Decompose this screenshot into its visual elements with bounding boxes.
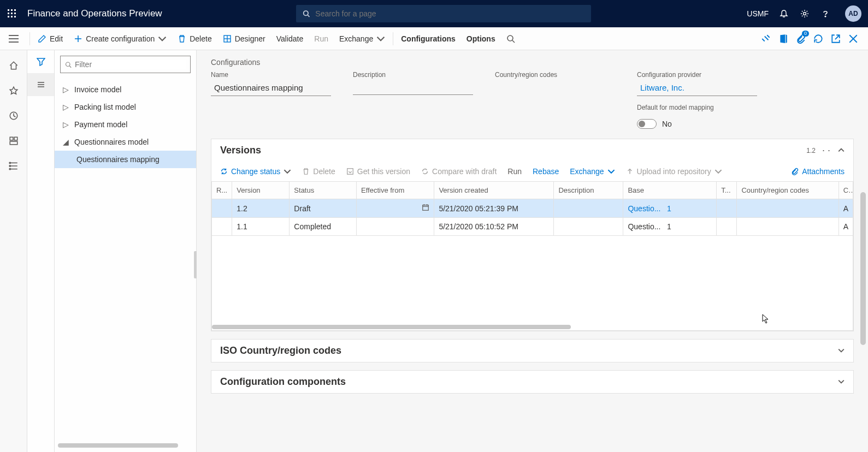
col-description[interactable]: Description xyxy=(554,182,623,199)
chevron-down-icon xyxy=(158,34,167,43)
chevron-right-icon: ▷ xyxy=(62,85,69,94)
tree-item-packing-list-model[interactable]: ▷ Packing list model xyxy=(55,98,196,116)
home-icon[interactable] xyxy=(3,56,25,75)
pencil-icon xyxy=(38,34,46,43)
svg-line-10 xyxy=(308,15,309,17)
avatar[interactable]: AD xyxy=(845,5,861,22)
actionbar-search-button[interactable] xyxy=(501,31,521,46)
gear-icon[interactable] xyxy=(799,8,810,19)
calendar-icon[interactable] xyxy=(422,204,429,213)
tree-filter-input[interactable] xyxy=(75,60,186,69)
configurations-label: Configurations xyxy=(401,34,456,43)
col-created[interactable]: Version created xyxy=(434,182,554,199)
options-tab[interactable]: Options xyxy=(461,31,501,46)
attachments-button[interactable]: Attachments xyxy=(787,165,849,178)
field-name: Name Questionnaires mapping xyxy=(211,71,331,129)
company-code[interactable]: USMF xyxy=(747,9,769,18)
svg-point-33 xyxy=(9,162,10,163)
chevron-down-icon xyxy=(607,168,615,175)
tree-hscroll[interactable] xyxy=(58,443,193,449)
help-icon[interactable] xyxy=(820,8,831,19)
refresh-icon[interactable] xyxy=(813,34,823,44)
tree-item-invoice-model[interactable]: ▷ Invoice model xyxy=(55,81,196,98)
filter-pane-icon[interactable] xyxy=(27,50,54,73)
versions-title: Versions xyxy=(220,145,261,156)
svg-rect-1 xyxy=(11,9,13,11)
modules-icon[interactable] xyxy=(3,156,25,176)
global-search[interactable] xyxy=(296,5,591,22)
cell-country xyxy=(737,218,839,236)
more-icon[interactable]: · · xyxy=(822,145,830,156)
col-effective[interactable]: Effective from xyxy=(357,182,434,199)
col-base[interactable]: Base xyxy=(623,182,717,199)
cell-description xyxy=(554,218,623,236)
cell-base[interactable]: Questio... 1 xyxy=(623,218,717,236)
table-hscroll[interactable] xyxy=(211,323,853,331)
workspaces-icon[interactable] xyxy=(3,131,25,151)
iso-header[interactable]: ISO Country/region codes xyxy=(211,340,853,362)
rebase-button[interactable]: Rebase xyxy=(528,165,563,178)
tree-item-questionnaires-model[interactable]: ◢ Questionnaires model xyxy=(55,133,196,151)
download-icon xyxy=(346,168,354,175)
svg-rect-0 xyxy=(8,9,9,11)
col-country[interactable]: Country/region codes xyxy=(737,182,839,199)
cell-effective[interactable] xyxy=(357,199,434,218)
exchange-button[interactable]: Exchange xyxy=(334,31,391,46)
name-value[interactable]: Questionnaires mapping xyxy=(211,81,331,96)
attachments-icon[interactable]: 0 xyxy=(796,34,806,44)
attachments-label: Attachments xyxy=(802,167,845,176)
svg-point-35 xyxy=(9,169,10,170)
description-label: Description xyxy=(353,71,473,79)
configurations-tab[interactable]: Configurations xyxy=(395,31,461,46)
plus-icon xyxy=(74,34,82,43)
waffle-icon[interactable] xyxy=(7,8,17,19)
components-title: Configuration components xyxy=(220,376,346,388)
col-version[interactable]: Version xyxy=(232,182,290,199)
validate-button[interactable]: Validate xyxy=(271,31,309,46)
tree-label: Payment model xyxy=(74,120,127,129)
col-c[interactable]: C… xyxy=(839,182,853,199)
col-status[interactable]: Status xyxy=(290,182,357,199)
content-scrollbar[interactable] xyxy=(860,192,866,345)
svg-rect-42 xyxy=(423,205,429,211)
designer-button[interactable]: Designer xyxy=(217,31,271,46)
office-icon[interactable] xyxy=(778,34,788,44)
col-r[interactable]: R... xyxy=(212,182,232,199)
cell-effective[interactable] xyxy=(357,218,434,236)
components-header[interactable]: Configuration components xyxy=(211,371,853,393)
description-value[interactable] xyxy=(353,81,473,95)
tree-filter[interactable] xyxy=(60,56,191,73)
tree-item-payment-model[interactable]: ▷ Payment model xyxy=(55,116,196,133)
popout-icon[interactable] xyxy=(831,34,841,44)
change-status-button[interactable]: Change status xyxy=(216,165,296,178)
delete-label: Delete xyxy=(190,34,211,43)
col-t[interactable]: T... xyxy=(717,182,737,199)
bell-icon[interactable] xyxy=(778,8,789,19)
edit-button[interactable]: Edit xyxy=(32,31,68,46)
recent-icon[interactable] xyxy=(3,106,25,126)
nav-hamburger-icon[interactable] xyxy=(0,35,27,43)
favorites-icon[interactable] xyxy=(3,81,25,100)
tree-item-questionnaires-mapping[interactable]: Questionnaires mapping xyxy=(55,151,196,168)
default-mapping-toggle[interactable] xyxy=(637,119,657,129)
version-run-button[interactable]: Run xyxy=(503,165,526,178)
close-icon[interactable] xyxy=(848,34,858,44)
provider-value[interactable]: Litware, Inc. xyxy=(637,81,757,96)
svg-point-9 xyxy=(304,11,308,15)
search-input[interactable] xyxy=(315,9,584,18)
tree-label: Packing list model xyxy=(74,103,136,111)
create-configuration-button[interactable]: Create configuration xyxy=(68,31,172,46)
version-exchange-label: Exchange xyxy=(570,167,604,176)
related-info-icon[interactable] xyxy=(27,73,54,96)
table-row[interactable]: 1.2 Draft 5/21/2020 05:21:39 PM Questio.… xyxy=(212,199,853,218)
cell-t xyxy=(717,199,737,218)
chevron-down-icon xyxy=(284,168,291,175)
personalize-icon[interactable] xyxy=(761,34,771,44)
cell-base[interactable]: Questio... 1 xyxy=(623,199,717,218)
delete-button[interactable]: Delete xyxy=(172,31,217,46)
compare-label: Compare with draft xyxy=(432,167,497,176)
table-row[interactable]: 1.1 Completed 5/21/2020 05:10:52 PM Ques… xyxy=(212,218,853,236)
versions-header[interactable]: Versions 1.2 · · xyxy=(211,139,853,162)
trash-icon xyxy=(178,34,186,43)
version-exchange-button[interactable]: Exchange xyxy=(565,165,619,178)
